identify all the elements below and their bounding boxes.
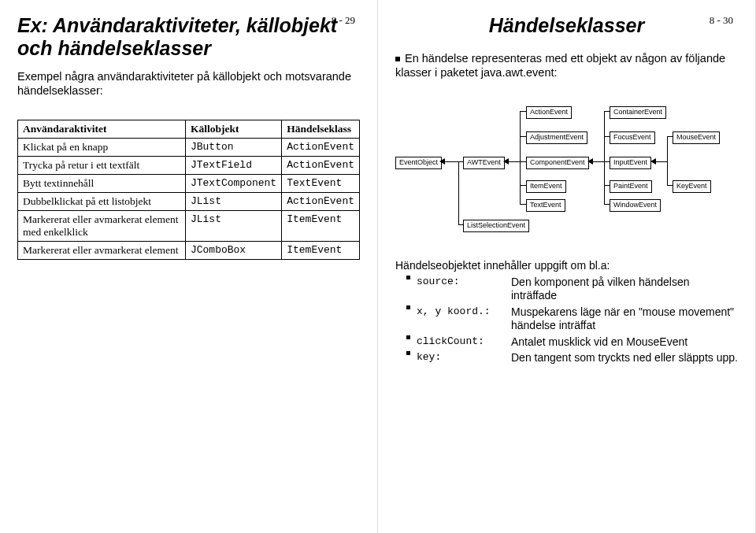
connector-line	[520, 111, 521, 204]
cell: Markererat eller avmarkerat element	[18, 241, 186, 259]
cell: Klickat på en knapp	[18, 138, 186, 156]
page-number-right: 8 - 30	[710, 14, 733, 27]
footer-desc: Den komponent på vilken händelsen inträf…	[511, 276, 738, 303]
cell: ActionEvent	[282, 156, 360, 174]
node-eventobject: EventObject	[395, 157, 442, 169]
bullet-icon	[406, 305, 410, 309]
bullet-icon	[406, 351, 410, 355]
connector-line	[509, 161, 520, 162]
connector-line	[520, 111, 526, 112]
node-item: ItemEvent	[526, 180, 566, 193]
cell: TextEvent	[282, 174, 360, 192]
footer-block: Händelseobjektet innehåller uppgift om b…	[395, 259, 738, 365]
cell: ActionEvent	[282, 192, 360, 210]
cell: JTextField	[185, 156, 281, 174]
connector-line	[656, 161, 667, 162]
node-awtevent: AWTEvent	[463, 157, 505, 169]
table-row: Bytt textinnehåll JTextComponent TextEve…	[18, 174, 360, 192]
cell: JComboBox	[185, 241, 281, 259]
node-focus: FocusEvent	[610, 131, 655, 144]
cell: ActionEvent	[282, 138, 360, 156]
page-number-left: 8 - 29	[332, 14, 355, 27]
th-source: Källobjekt	[185, 120, 281, 138]
footer-desc: Muspekarens läge när en "mouse movement"…	[511, 305, 738, 333]
connector-line	[593, 161, 604, 162]
connector-line	[445, 161, 459, 162]
node-paint: PaintEvent	[610, 180, 652, 193]
right-intro: En händelse representeras med ett objekt…	[395, 51, 738, 80]
table-row: Markererat eller avmarkerat element med …	[18, 210, 360, 241]
arrow-icon	[503, 158, 509, 165]
connector-line	[667, 136, 668, 185]
th-eventclass: Händelseklass	[282, 120, 360, 138]
node-listselection: ListSelectionEvent	[463, 220, 529, 232]
connector-line	[604, 136, 610, 137]
footer-row: x, y koord.: Muspekarens läge när en "mo…	[406, 305, 738, 333]
connector-line	[667, 185, 673, 186]
cell: Trycka på retur i ett textfält	[18, 156, 186, 174]
footer-label: clickCount:	[417, 335, 511, 350]
connector-line	[458, 161, 463, 162]
node-window: WindowEvent	[610, 199, 661, 212]
node-component: ComponentEvent	[526, 157, 589, 169]
cell: Markererat eller avmarkerat element med …	[18, 210, 186, 241]
footer-desc: Antalet musklick vid en MouseEvent	[511, 335, 738, 350]
connector-line	[604, 161, 610, 162]
footer-label: x, y koord.:	[417, 305, 511, 333]
cell: Bytt textinnehåll	[18, 174, 186, 192]
slide-title-left: Ex: Användaraktiviteter, källobjekt och …	[17, 14, 360, 60]
slide-left: 8 - 29 Ex: Användaraktiviteter, källobje…	[0, 0, 378, 533]
slide-right: 8 - 30 Händelseklasser En händelse repre…	[378, 0, 756, 533]
bullet-icon	[406, 276, 410, 279]
cell: JTextComponent	[185, 174, 281, 192]
cell: ItemEvent	[282, 241, 360, 259]
table-row: Dubbelklickat på ett listobjekt JList Ac…	[18, 192, 360, 210]
connector-line	[604, 111, 610, 112]
connector-line	[520, 204, 526, 205]
footer-row: source: Den komponent på vilken händelse…	[406, 276, 738, 303]
table-row: Klickat på en knapp JButton ActionEvent	[18, 138, 360, 156]
footer-desc: Den tangent som tryckts ned eller släppt…	[511, 351, 738, 365]
node-container: ContainerEvent	[610, 106, 666, 119]
connector-line	[458, 161, 459, 224]
bullet-icon	[395, 57, 400, 61]
table-row: Trycka på retur i ett textfält JTextFiel…	[18, 156, 360, 174]
connector-line	[604, 204, 610, 205]
connector-line	[520, 185, 526, 186]
connector-line	[520, 161, 526, 162]
footer-title: Händelseobjektet innehåller uppgift om b…	[395, 259, 738, 273]
node-textevent: TextEvent	[526, 199, 565, 212]
cell: Dubbelklickat på ett listobjekt	[18, 192, 186, 210]
activity-table: Användaraktivitet Källobjekt Händelsekla…	[17, 120, 360, 260]
arrow-icon	[587, 158, 593, 165]
node-mouse: MouseEvent	[673, 131, 720, 144]
connector-line	[604, 111, 605, 204]
cell: JButton	[185, 138, 281, 156]
bullet-icon	[406, 335, 410, 339]
node-adjustment: AdjustmentEvent	[526, 131, 587, 144]
node-input: InputEvent	[610, 157, 651, 169]
intro-text: En händelse representeras med ett objekt…	[395, 52, 725, 79]
cell: JList	[185, 210, 281, 241]
footer-row: key: Den tangent som tryckts ned eller s…	[406, 351, 738, 365]
arrow-icon	[439, 158, 445, 165]
cell: JList	[185, 192, 281, 210]
connector-line	[458, 224, 463, 225]
slide-title-right: Händelseklasser	[395, 14, 738, 37]
connector-line	[520, 136, 526, 137]
table-row: Markererat eller avmarkerat element JCom…	[18, 241, 360, 259]
connector-line	[667, 136, 673, 137]
footer-row: clickCount: Antalet musklick vid en Mous…	[406, 335, 738, 350]
connector-line	[604, 185, 610, 186]
class-hierarchy-diagram: EventObject AWTEvent ListSelectionEvent …	[395, 102, 742, 251]
left-intro: Exempel några användaraktiviteter på käl…	[17, 69, 360, 98]
node-key: KeyEvent	[673, 180, 711, 193]
node-actionevent: ActionEvent	[526, 106, 572, 119]
arrow-icon	[650, 158, 656, 165]
footer-label: key:	[417, 351, 511, 365]
th-activity: Användaraktivitet	[18, 120, 186, 138]
cell: ItemEvent	[282, 210, 360, 241]
footer-label: source:	[417, 276, 511, 303]
